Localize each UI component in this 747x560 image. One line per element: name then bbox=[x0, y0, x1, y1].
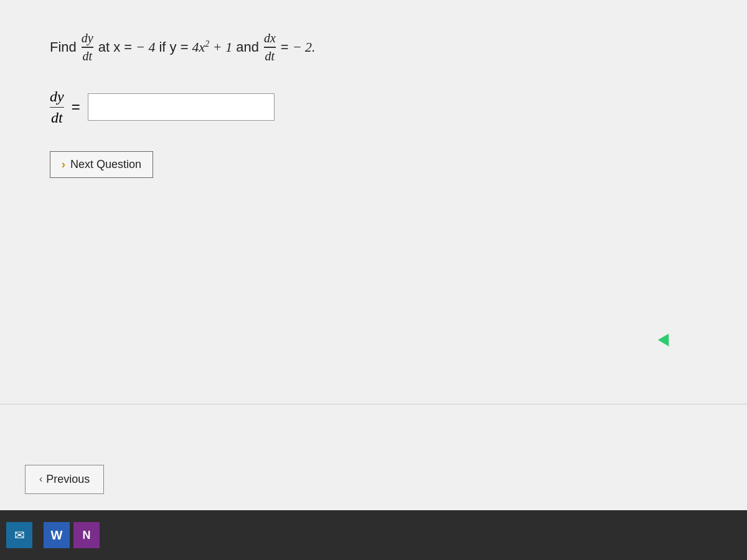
next-question-button[interactable]: › Next Question bbox=[50, 151, 153, 178]
chevron-left-icon: ‹ bbox=[39, 474, 42, 485]
previous-button[interactable]: ‹ Previous bbox=[25, 465, 104, 494]
dy-dt-fraction: dy dt bbox=[82, 31, 93, 63]
divider bbox=[0, 404, 747, 404]
if-y-label: if y = bbox=[159, 39, 188, 55]
next-question-label: Next Question bbox=[70, 158, 141, 171]
equals-label: = bbox=[281, 39, 289, 55]
dx-dt-fraction: dx dt bbox=[264, 31, 276, 63]
word-icon-symbol: W bbox=[51, 528, 63, 543]
at-x-label: at x = bbox=[98, 39, 132, 55]
and-label: and bbox=[236, 39, 259, 55]
word-icon-gap bbox=[36, 523, 40, 548]
answer-dy-num: dy bbox=[50, 88, 64, 107]
answer-dy-dt-fraction: dy dt bbox=[50, 88, 64, 127]
question-area: Find dy dt at x = − 4 if y = 4x2 + 1 and… bbox=[50, 31, 697, 63]
answer-input[interactable] bbox=[88, 93, 275, 121]
chevron-right-icon: › bbox=[62, 158, 65, 171]
dx-numerator: dx bbox=[264, 31, 276, 47]
dy-denominator: dt bbox=[82, 48, 92, 63]
mail-icon-symbol: ✉ bbox=[14, 528, 25, 543]
y-expression: 4x2 + 1 bbox=[192, 39, 233, 55]
answer-row: dy dt = bbox=[50, 88, 697, 127]
dy-numerator: dy bbox=[82, 31, 93, 47]
taskbar: ✉ W N bbox=[0, 510, 747, 560]
main-content: Find dy dt at x = − 4 if y = 4x2 + 1 and… bbox=[0, 0, 747, 510]
answer-equals: = bbox=[72, 98, 80, 116]
word-taskbar-icon[interactable]: W bbox=[44, 522, 70, 548]
onenote-icon-symbol: N bbox=[83, 529, 91, 542]
dx-denominator: dt bbox=[265, 48, 275, 63]
dx-value: − 2. bbox=[293, 39, 316, 55]
mail-taskbar-icon[interactable]: ✉ bbox=[6, 522, 32, 548]
onenote-taskbar-icon[interactable]: N bbox=[73, 522, 100, 548]
previous-label: Previous bbox=[46, 473, 90, 486]
at-x-value: − 4 bbox=[136, 39, 155, 55]
answer-dy-den: dt bbox=[51, 108, 63, 126]
bottom-nav: ‹ Previous bbox=[0, 448, 747, 510]
find-label: Find bbox=[50, 39, 77, 55]
